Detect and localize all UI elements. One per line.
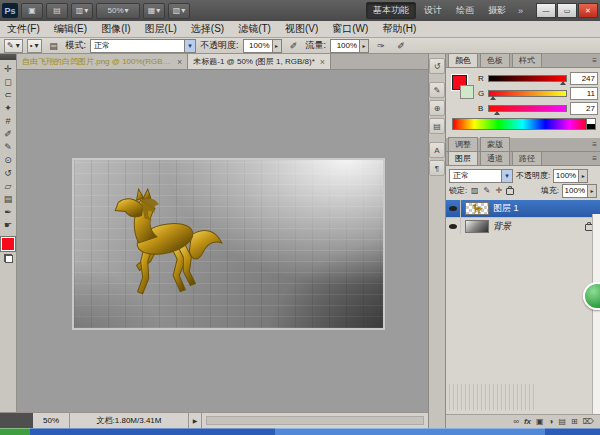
tab-masks[interactable]: 蒙版 <box>480 137 510 151</box>
layer-row-layer1[interactable]: 图层 1 <box>446 200 600 218</box>
launch-bridge-icon[interactable]: ▣ <box>21 3 43 19</box>
quick-selection-tool[interactable]: ✦ <box>0 101 16 114</box>
red-slider[interactable] <box>488 75 567 82</box>
workspace-design[interactable]: 设计 <box>418 3 448 18</box>
info-panel-icon[interactable]: ▤ <box>429 118 445 134</box>
spinner-arrow-icon[interactable]: ▸ <box>272 40 281 52</box>
status-zoom-input[interactable]: 50% <box>33 413 70 428</box>
character-panel-icon[interactable]: A <box>429 142 445 158</box>
panel-menu-icon[interactable]: ≡ <box>592 152 597 165</box>
layer-list-empty-area[interactable] <box>446 234 600 414</box>
spinner-arrow-icon[interactable]: ▸ <box>587 185 596 197</box>
gradient-tool[interactable]: ▤ <box>0 192 16 205</box>
menu-image[interactable]: 图像(I) <box>94 21 137 37</box>
red-value-input[interactable]: 247 <box>570 72 598 85</box>
lock-position-icon[interactable]: ✛ <box>494 186 503 195</box>
history-brush-tool[interactable]: ↺ <box>0 166 16 179</box>
minimize-button[interactable]: — <box>536 3 556 18</box>
spinner-arrow-icon[interactable]: ▸ <box>578 170 587 182</box>
brush-preset-picker[interactable]: • ▾ <box>27 39 42 53</box>
layer-name[interactable]: 背景 <box>493 220 511 233</box>
view-extras-icon[interactable]: ▤ <box>46 3 68 19</box>
tablet-pressure-opacity-icon[interactable]: ✐ <box>286 39 302 53</box>
history-panel-icon[interactable]: ↺ <box>429 58 445 74</box>
swap-colors-icon[interactable] <box>4 254 13 263</box>
tab-styles[interactable]: 样式 <box>512 53 542 67</box>
blue-slider[interactable] <box>488 105 567 112</box>
hand-tool[interactable]: ☛ <box>0 218 16 231</box>
horizontal-scrollbar[interactable] <box>206 416 424 425</box>
color-spectrum-ramp[interactable] <box>452 118 596 130</box>
workspace-photography[interactable]: 摄影 <box>482 3 512 18</box>
brush-panel-icon[interactable]: ✎ <box>429 82 445 98</box>
adjustment-layer-icon[interactable]: ◑ <box>549 417 554 426</box>
blend-mode-dropdown[interactable]: 正常 ▾ <box>90 39 196 53</box>
menu-file[interactable]: 文件(F) <box>0 21 47 37</box>
green-value-input[interactable]: 11 <box>570 87 598 100</box>
marquee-tool[interactable]: ◻ <box>0 75 16 88</box>
delete-layer-icon[interactable]: ⌦ <box>583 417 594 426</box>
menu-help[interactable]: 帮助(H) <box>375 21 423 37</box>
layer-style-icon[interactable]: fx <box>524 417 531 426</box>
layer-blend-mode-dropdown[interactable]: 正常 ▾ <box>449 169 513 183</box>
layer-group-icon[interactable]: ▤ <box>558 417 566 426</box>
zoom-tool-icon[interactable]: ▥ ▾ <box>71 3 93 19</box>
tab-channels[interactable]: 通道 <box>480 151 510 165</box>
close-button[interactable]: ✕ <box>578 3 598 18</box>
lasso-tool[interactable]: ⊂ <box>0 88 16 101</box>
menu-select[interactable]: 选择(S) <box>184 21 231 37</box>
foreground-color-swatch[interactable] <box>1 237 15 251</box>
workspace-more-button[interactable]: » <box>514 6 527 16</box>
brush-tool[interactable]: ✎ <box>0 140 16 153</box>
arrange-documents-icon[interactable]: ▦ ▾ <box>143 3 165 19</box>
close-icon[interactable]: × <box>320 57 325 67</box>
document-tab-untitled[interactable]: 未标题-1 @ 50% (图层 1, RGB/8)* × <box>188 54 331 69</box>
visibility-toggle[interactable] <box>446 200 461 217</box>
canvas-image[interactable] <box>72 158 385 330</box>
layer-fill-input[interactable]: 100% ▸ <box>562 184 597 198</box>
close-icon[interactable]: × <box>177 57 182 67</box>
blue-value-input[interactable]: 27 <box>570 102 598 115</box>
spinner-arrow-icon[interactable]: ▸ <box>359 40 368 52</box>
canvas-area[interactable] <box>17 70 428 412</box>
airbrush-icon[interactable]: ✑ <box>373 39 389 53</box>
new-layer-icon[interactable]: ⊞ <box>571 417 578 426</box>
move-tool[interactable]: ✛ <box>0 62 16 75</box>
document-tab-dove[interactable]: 自由飞翔的白鸽图片.png @ 100%(RGB/8)* × <box>17 54 188 69</box>
tab-paths[interactable]: 路径 <box>512 151 542 165</box>
tab-swatches[interactable]: 色板 <box>480 53 510 67</box>
tab-color[interactable]: 颜色 <box>448 53 478 67</box>
layer-name[interactable]: 图层 1 <box>493 202 519 215</box>
toggle-brush-panel-icon[interactable]: ▤ <box>46 39 62 53</box>
paragraph-panel-icon[interactable]: ¶ <box>429 160 445 176</box>
workspace-painting[interactable]: 绘画 <box>450 3 480 18</box>
tablet-pressure-size-icon[interactable]: ✐ <box>393 39 409 53</box>
toolbox-header[interactable] <box>0 54 16 60</box>
crop-tool[interactable]: # <box>0 114 16 127</box>
lock-transparent-pixels-icon[interactable]: ▨ <box>470 186 479 195</box>
menu-edit[interactable]: 编辑(E) <box>47 21 94 37</box>
layer-thumbnail[interactable] <box>465 220 489 233</box>
opacity-input[interactable]: 100% ▸ <box>243 39 282 53</box>
green-slider[interactable] <box>488 90 567 97</box>
flow-input[interactable]: 100% ▸ <box>330 39 369 53</box>
menu-view[interactable]: 视图(V) <box>278 21 325 37</box>
panel-menu-icon[interactable]: ≡ <box>592 54 597 67</box>
lock-all-icon[interactable] <box>506 188 514 195</box>
clone-source-panel-icon[interactable]: ⊕ <box>429 100 445 116</box>
eraser-tool[interactable]: ▱ <box>0 179 16 192</box>
screen-mode-icon[interactable]: ▧ ▾ <box>168 3 190 19</box>
panel-scrollbar[interactable] <box>592 214 600 414</box>
clone-stamp-tool[interactable]: ⊙ <box>0 153 16 166</box>
panel-menu-icon[interactable]: ≡ <box>592 138 597 151</box>
layer-thumbnail[interactable] <box>465 202 489 215</box>
restore-button[interactable]: ▭ <box>557 3 577 18</box>
tab-adjustments[interactable]: 调整 <box>448 137 478 151</box>
layer-opacity-input[interactable]: 100% ▸ <box>553 169 588 183</box>
windows-taskbar-strip[interactable] <box>0 428 600 435</box>
lock-image-pixels-icon[interactable]: ✎ <box>482 186 491 195</box>
link-layers-icon[interactable]: ∞ <box>513 417 519 426</box>
workspace-essentials[interactable]: 基本功能 <box>366 2 416 19</box>
visibility-toggle[interactable] <box>446 218 461 235</box>
status-options-arrow-icon[interactable]: ▶ <box>189 413 202 428</box>
